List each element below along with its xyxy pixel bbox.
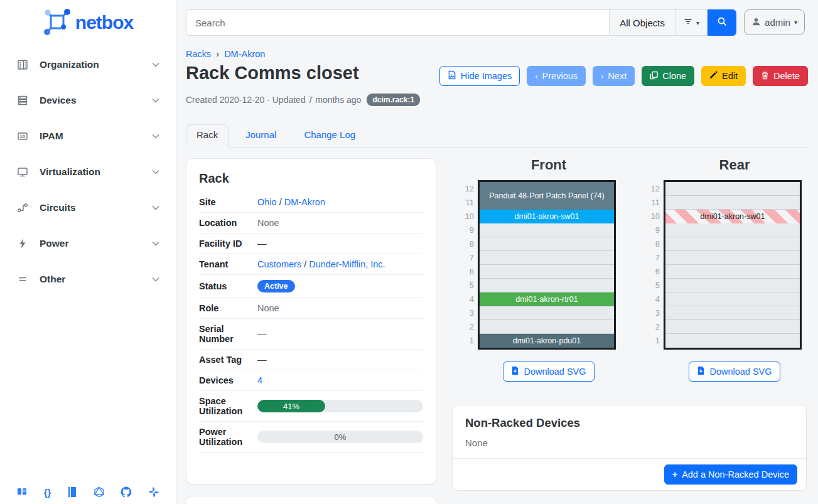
unit-number: 5: [643, 279, 660, 292]
sidebar-item-other[interactable]: Other: [0, 261, 176, 297]
search-filter-button[interactable]: ▾: [675, 9, 708, 36]
rack-empty-unit[interactable]: [665, 320, 800, 334]
next-button[interactable]: › Next: [593, 66, 635, 86]
front-elevation: Front 121110987654321 Panduit 48-Port Pa…: [458, 157, 620, 382]
api-book-icon[interactable]: [67, 486, 77, 498]
download-svg-button-front[interactable]: Download SVG: [503, 362, 594, 382]
sidebar-item-devices[interactable]: Devices: [0, 82, 176, 118]
object-id-badge: dcim.rack:1: [367, 94, 420, 106]
info-row-role: Role None: [199, 298, 423, 319]
rack-device-front[interactable]: dmi01-akron-pdu01: [480, 334, 614, 348]
delete-button[interactable]: Delete: [753, 66, 808, 86]
unit-number: 5: [458, 279, 474, 292]
rack-empty-unit[interactable]: [480, 251, 614, 265]
rack-device-front[interactable]: Panduit 48-Port Patch Panel (74): [480, 182, 614, 210]
tab-journal[interactable]: Journal: [235, 124, 287, 147]
rack-empty-unit[interactable]: [480, 265, 614, 279]
rack-device-front[interactable]: dmi01-akron-sw01: [480, 210, 614, 223]
search-scope-button[interactable]: All Objects: [609, 9, 675, 36]
filter-icon: [683, 16, 693, 29]
tab-change-log[interactable]: Change Log: [293, 124, 366, 147]
site-link[interactable]: DM-Akron: [284, 197, 325, 207]
unit-number: 8: [458, 237, 474, 251]
power-utilization-bar: 0%: [257, 431, 423, 443]
rack-empty-unit[interactable]: [665, 237, 800, 251]
created-updated-text: Created 2020-12-20 · Updated 7 months ag…: [186, 95, 361, 105]
serial-number-value: —: [257, 319, 423, 350]
graphql-icon[interactable]: [94, 486, 105, 498]
rack-empty-unit[interactable]: [480, 237, 614, 251]
sidebar-footer: {}: [0, 486, 176, 498]
tab-rack[interactable]: Rack: [186, 124, 229, 147]
pencil-icon: [709, 71, 718, 81]
rack-empty-unit[interactable]: [480, 279, 614, 292]
rack-empty-unit[interactable]: [665, 292, 800, 306]
rack-empty-unit[interactable]: [665, 279, 800, 292]
chevron-right-icon: ›: [216, 49, 219, 59]
search-input[interactable]: [186, 9, 609, 36]
sidebar-item-label: Power: [40, 238, 69, 249]
site-region-link[interactable]: Ohio: [257, 197, 277, 207]
rack-empty-unit[interactable]: [665, 334, 800, 348]
download-file-icon: [697, 366, 705, 377]
chevron-down-icon: [151, 95, 161, 105]
rack-empty-unit[interactable]: [665, 223, 800, 237]
chevron-left-icon: ‹: [535, 72, 537, 81]
sidebar-item-circuits[interactable]: Circuits: [0, 190, 176, 225]
role-value: None: [257, 298, 423, 319]
slack-icon[interactable]: [148, 486, 159, 498]
rack-device-front[interactable]: dmi01-akron-rtr01: [480, 292, 614, 306]
clone-button[interactable]: Clone: [642, 66, 694, 86]
rack-empty-unit[interactable]: [665, 265, 800, 279]
chevron-down-icon: [151, 274, 161, 284]
sidebar-item-virtualization[interactable]: Virtualization: [0, 154, 176, 190]
unit-number-column: 121110987654321: [643, 180, 660, 350]
info-row-space-utilization: Space Utilization 41%: [199, 391, 423, 422]
sidebar-nav: Organization Devices 10: [0, 46, 176, 297]
user-menu-button[interactable]: admin ▾: [744, 9, 805, 35]
rack-empty-unit[interactable]: [480, 223, 614, 237]
unit-number: 9: [643, 223, 660, 237]
unit-number: 11: [458, 196, 474, 210]
rack-device-rear[interactable]: dmi01-akron-sw01: [665, 210, 800, 223]
chevron-right-icon: ›: [601, 72, 603, 81]
rack-info-table: Site Ohio / DM-Akron Location None Facil…: [199, 192, 423, 453]
rack-empty-unit[interactable]: [665, 306, 800, 320]
page-title: Rack Comms closet: [186, 63, 359, 83]
rack-empty-unit[interactable]: [665, 196, 800, 210]
building-icon: [16, 58, 29, 71]
unit-number: 6: [643, 265, 660, 279]
unit-number: 3: [458, 306, 474, 320]
unit-number: 4: [458, 292, 474, 306]
sidebar-item-power[interactable]: Power: [0, 225, 176, 261]
breadcrumb-link-dm-akron[interactable]: DM-Akron: [224, 49, 265, 59]
github-icon[interactable]: [121, 486, 132, 498]
breadcrumb-link-racks[interactable]: Racks: [186, 49, 211, 59]
sidebar: netbox Organization: [0, 0, 176, 504]
sidebar-item-ipam[interactable]: 10 IPAM: [0, 118, 176, 154]
rack-frame-front: Panduit 48-Port Patch Panel (74)dmi01-ak…: [478, 180, 616, 350]
tenant-group-link[interactable]: Customers: [257, 259, 301, 269]
docs-book-icon[interactable]: [16, 486, 28, 498]
add-non-racked-device-button[interactable]: + Add a Non-Racked Device: [664, 464, 797, 485]
rack-empty-unit[interactable]: [480, 320, 614, 334]
rack-empty-unit[interactable]: [665, 251, 800, 265]
hide-images-button[interactable]: Hide Images: [439, 66, 520, 86]
breadcrumb: Racks › DM-Akron: [186, 49, 265, 59]
search-submit-button[interactable]: [708, 9, 736, 36]
unit-number: 1: [458, 334, 474, 348]
devices-count-link[interactable]: 4: [257, 375, 262, 385]
card-title: Rack: [199, 171, 423, 186]
tenant-link[interactable]: Dunder-Mifflin, Inc.: [309, 259, 385, 269]
edit-button[interactable]: Edit: [701, 66, 746, 86]
netbox-logo[interactable]: netbox: [0, 0, 176, 41]
rack-empty-unit[interactable]: [480, 306, 614, 320]
code-braces-icon[interactable]: {}: [44, 487, 51, 498]
download-svg-button-rear[interactable]: Download SVG: [689, 362, 780, 382]
sidebar-item-organization[interactable]: Organization: [0, 46, 176, 82]
previous-button[interactable]: ‹ Previous: [527, 66, 586, 86]
copy-icon: [650, 71, 658, 82]
caret-down-icon: ▾: [696, 19, 699, 26]
rack-empty-unit[interactable]: [665, 182, 800, 196]
unit-number: 8: [643, 237, 660, 251]
